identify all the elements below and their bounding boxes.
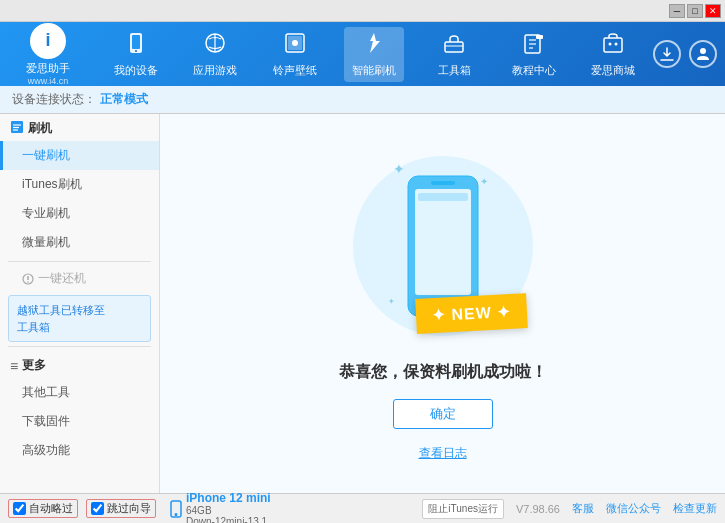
nav-ringtone[interactable]: 铃声壁纸 <box>265 27 325 82</box>
customer-service-link[interactable]: 客服 <box>572 501 594 516</box>
sidebar-section-restore: 一键还机 <box>0 266 159 291</box>
sidebar-item-pro-flash[interactable]: 专业刷机 <box>0 199 159 228</box>
nav-tutorial-label: 教程中心 <box>512 63 556 78</box>
sparkle-3: ✦ <box>388 297 395 306</box>
svg-rect-15 <box>604 38 622 52</box>
svg-rect-8 <box>445 42 463 52</box>
sidebar-divider-2 <box>8 346 151 347</box>
svg-point-16 <box>609 42 612 45</box>
skip-wizard-checkbox-container[interactable]: 跳过向导 <box>86 499 156 518</box>
device-phone-icon <box>170 500 182 518</box>
auto-skip-checkbox[interactable] <box>13 502 26 515</box>
status-bar: 设备连接状态： 正常模式 <box>0 86 725 114</box>
title-bar: ─ □ ✕ <box>0 0 725 22</box>
svg-point-36 <box>175 513 177 515</box>
svg-rect-28 <box>415 189 471 295</box>
restore-section-title: 一键还机 <box>38 270 86 287</box>
sparkle-2: ✦ <box>480 176 488 187</box>
sidebar-item-other-tools[interactable]: 其他工具 <box>0 378 159 407</box>
sidebar-item-one-click-flash[interactable]: 一键刷机 <box>0 141 159 170</box>
nav-ringtone-label: 铃声壁纸 <box>273 63 317 78</box>
flash-section-title: 刷机 <box>28 120 52 137</box>
sidebar-notice: 越狱工具已转移至工具箱 <box>8 295 151 342</box>
stop-itunes-action: 阻止iTunes运行 <box>422 499 504 519</box>
nav-apple-store-label: 爱思商城 <box>591 63 635 78</box>
skip-wizard-label: 跳过向导 <box>107 501 151 516</box>
ringtone-icon <box>283 31 307 61</box>
check-update-link[interactable]: 检查更新 <box>673 501 717 516</box>
sidebar-item-advanced[interactable]: 高级功能 <box>0 436 159 465</box>
more-section-title: 更多 <box>22 357 46 374</box>
device-version: Down-12mini-13,1 <box>186 516 271 524</box>
status-value: 正常模式 <box>100 91 148 108</box>
nav-items: 我的设备 应用游戏 铃声壁纸 智能刷机 工具箱 <box>96 27 653 82</box>
nav-toolbox[interactable]: 工具箱 <box>424 27 484 82</box>
minimize-btn[interactable]: ─ <box>669 4 685 18</box>
svg-rect-14 <box>536 35 543 39</box>
view-log-link[interactable]: 查看日志 <box>419 445 467 462</box>
sidebar-item-incremental-flash[interactable]: 微量刷机 <box>0 228 159 257</box>
nav-my-device-label: 我的设备 <box>114 63 158 78</box>
svg-point-17 <box>615 42 618 45</box>
success-message: 恭喜您，保资料刷机成功啦！ <box>339 362 547 383</box>
wechat-public-link[interactable]: 微信公众号 <box>606 501 661 516</box>
tutorial-icon <box>522 31 546 61</box>
sidebar-item-download-firmware[interactable]: 下载固件 <box>0 407 159 436</box>
maximize-btn[interactable]: □ <box>687 4 703 18</box>
nav-my-device[interactable]: 我的设备 <box>106 27 166 82</box>
nav-smart-flash[interactable]: 智能刷机 <box>344 27 404 82</box>
stop-itunes-btn[interactable]: 阻止iTunes运行 <box>422 499 504 519</box>
logo-text-line2: www.i4.cn <box>28 76 69 86</box>
bottom-left: 自动略过 跳过向导 iPhone 12 mini 64GB Down-12min… <box>8 491 271 524</box>
flash-section-icon <box>10 120 24 137</box>
logo-icon: i <box>30 23 66 59</box>
sidebar-section-flash: 刷机 <box>0 114 159 141</box>
logo[interactable]: i 爱思助手 www.i4.cn <box>8 23 88 86</box>
sidebar: 刷机 一键刷机 iTunes刷机 专业刷机 微量刷机 一键还机 越狱工具已转移至… <box>0 114 160 493</box>
new-badge: ✦ NEW ✦ <box>415 293 528 334</box>
svg-point-19 <box>700 48 706 54</box>
nav-app-games[interactable]: 应用游戏 <box>185 27 245 82</box>
toolbox-icon <box>442 31 466 61</box>
device-info: iPhone 12 mini 64GB Down-12mini-13,1 <box>170 491 271 524</box>
sparkle-1: ✦ <box>393 161 405 177</box>
bottom-bar: 自动略过 跳过向导 iPhone 12 mini 64GB Down-12min… <box>0 493 725 523</box>
version-text: V7.98.66 <box>516 503 560 515</box>
svg-point-7 <box>292 40 298 46</box>
nav-apple-store[interactable]: 爱思商城 <box>583 27 643 82</box>
phone-illustration: ✦ ✦ ✦ ✦ NEW ✦ <box>333 146 553 346</box>
nav-right-actions <box>653 40 717 68</box>
content-area: ✦ ✦ ✦ ✦ NEW ✦ 恭喜您，保资料刷机成功啦！ 确定 查看日志 <box>160 114 725 493</box>
more-section-icon: ≡ <box>10 358 18 374</box>
top-nav: i 爱思助手 www.i4.cn 我的设备 应用游戏 铃声壁纸 <box>0 22 725 86</box>
skip-wizard-checkbox[interactable] <box>91 502 104 515</box>
nav-tutorial[interactable]: 教程中心 <box>504 27 564 82</box>
main-layout: 刷机 一键刷机 iTunes刷机 专业刷机 微量刷机 一键还机 越狱工具已转移至… <box>0 114 725 493</box>
svg-rect-34 <box>418 226 448 232</box>
smart-flash-icon <box>362 31 386 61</box>
app-games-icon <box>203 31 227 61</box>
svg-rect-32 <box>418 205 468 211</box>
my-device-icon <box>124 31 148 61</box>
download-btn[interactable] <box>653 40 681 68</box>
nav-toolbox-label: 工具箱 <box>438 63 471 78</box>
apple-store-icon <box>601 31 625 61</box>
svg-rect-33 <box>418 215 468 221</box>
logo-text-line1: 爱思助手 <box>26 61 70 76</box>
svg-rect-29 <box>431 181 455 185</box>
bottom-right: 阻止iTunes运行 V7.98.66 客服 微信公众号 检查更新 <box>422 499 717 519</box>
sidebar-divider-1 <box>8 261 151 262</box>
close-btn[interactable]: ✕ <box>705 4 721 18</box>
svg-rect-1 <box>132 35 140 49</box>
sidebar-item-itunes-flash[interactable]: iTunes刷机 <box>0 170 159 199</box>
status-label: 设备连接状态： <box>12 91 96 108</box>
nav-smart-flash-label: 智能刷机 <box>352 63 396 78</box>
svg-point-26 <box>27 281 29 283</box>
sidebar-section-more: ≡ 更多 <box>0 351 159 378</box>
auto-skip-label: 自动略过 <box>29 501 73 516</box>
user-btn[interactable] <box>689 40 717 68</box>
confirm-button[interactable]: 确定 <box>393 399 493 429</box>
auto-skip-checkbox-container[interactable]: 自动略过 <box>8 499 78 518</box>
device-name: iPhone 12 mini <box>186 491 271 505</box>
svg-point-2 <box>135 50 137 52</box>
